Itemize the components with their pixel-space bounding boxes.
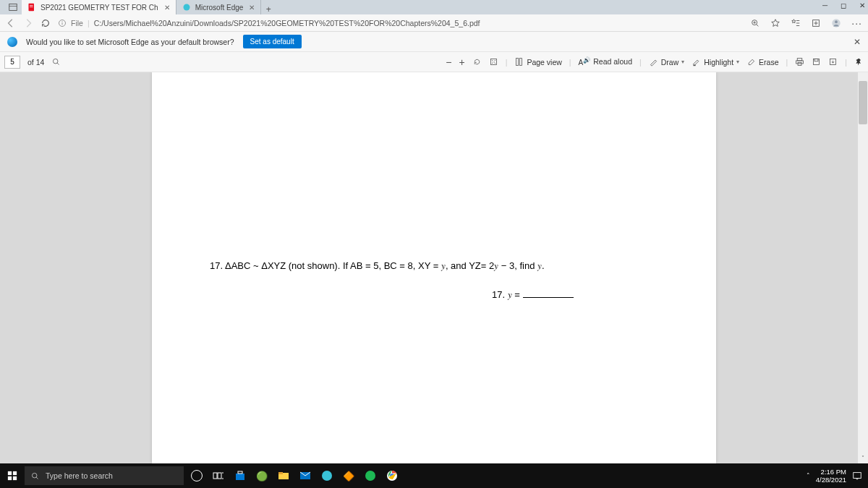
read-aloud-button[interactable]: A🔊 Read aloud <box>579 56 632 67</box>
app-icon-1[interactable]: 🟢 <box>255 468 269 483</box>
zoom-in-icon[interactable]: + <box>459 56 464 68</box>
highlighter-icon <box>692 57 701 67</box>
collections-icon[interactable] <box>811 18 821 28</box>
profile-icon[interactable] <box>831 18 841 28</box>
tab-title: Microsoft Edge <box>195 4 244 12</box>
page-number-input[interactable] <box>4 56 20 69</box>
tab-edge[interactable]: Microsoft Edge ✕ <box>176 0 262 14</box>
svg-rect-4 <box>30 7 33 7</box>
pen-icon <box>649 57 658 67</box>
svg-rect-33 <box>8 471 12 475</box>
scrollbar-track[interactable] <box>858 72 868 463</box>
chevron-down-icon: ▾ <box>681 59 684 65</box>
highlight-button[interactable]: Highlight ▾ <box>692 57 739 67</box>
more-menu-icon[interactable]: ··· <box>851 17 862 29</box>
svg-rect-31 <box>814 59 818 61</box>
url-field[interactable]: File | C:/Users/Michael%20Anzuini/Downlo… <box>58 19 743 27</box>
zoom-out-icon[interactable]: − <box>446 56 451 68</box>
eraser-icon <box>746 57 756 67</box>
favorites-list-icon[interactable] <box>791 18 801 28</box>
svg-rect-3 <box>30 5 33 6</box>
windows-icon <box>7 471 17 481</box>
read-aloud-icon: A🔊 <box>579 56 591 67</box>
svg-rect-52 <box>854 473 861 479</box>
zoom-icon[interactable] <box>750 18 760 28</box>
search-icon <box>30 471 40 481</box>
mail-icon[interactable] <box>298 468 312 483</box>
rotate-icon[interactable] <box>472 57 482 67</box>
svg-rect-0 <box>9 4 17 11</box>
set-default-button[interactable]: Set as default <box>243 35 302 48</box>
pdf-viewer[interactable]: 17. ΔABC ~ ΔXYZ (not shown). If AB = 5, … <box>0 72 868 463</box>
start-button[interactable] <box>0 471 25 481</box>
app-icon-orange[interactable]: 🔶 <box>341 468 356 483</box>
search-icon[interactable] <box>51 57 61 67</box>
forward-icon[interactable] <box>23 18 33 28</box>
tab-actions-icon <box>9 3 17 12</box>
svg-point-21 <box>54 59 59 64</box>
pin-toolbar-icon[interactable] <box>854 57 864 67</box>
edge-taskbar-icon[interactable] <box>320 468 334 483</box>
taskbar-search[interactable]: Type here to search <box>25 466 184 485</box>
svg-line-10 <box>757 24 759 26</box>
chevron-down-icon: ▾ <box>736 59 739 65</box>
window-close-icon[interactable]: ✕ <box>859 1 865 9</box>
file-explorer-icon[interactable] <box>276 468 291 483</box>
edge-logo-icon <box>182 3 191 12</box>
pdf-file-icon <box>27 3 36 12</box>
window-maximize-icon[interactable]: ◻ <box>841 1 846 9</box>
address-bar: File | C:/Users/Michael%20Anzuini/Downlo… <box>0 14 868 32</box>
refresh-icon[interactable] <box>41 18 51 28</box>
notifications-icon[interactable] <box>852 471 862 481</box>
chrome-icon[interactable] <box>385 468 399 483</box>
tab-title: SP2021 GEOMETRY TEST FOR Ch <box>41 4 158 12</box>
url-scheme: File <box>71 19 83 27</box>
page-total-label: of 14 <box>27 58 44 67</box>
spotify-icon[interactable] <box>363 468 378 483</box>
windows-taskbar: Type here to search 🟢 🔶 ˄ 2:16 PM 4/28/2… <box>0 463 868 488</box>
edge-icon <box>7 37 17 47</box>
svg-point-48 <box>322 471 332 481</box>
svg-rect-35 <box>8 476 12 480</box>
cortana-icon[interactable] <box>190 468 204 483</box>
print-icon[interactable] <box>795 57 804 67</box>
svg-point-8 <box>61 21 62 22</box>
scrollbar-thumb[interactable] <box>859 81 867 124</box>
window-minimize-icon[interactable]: ─ <box>822 1 827 9</box>
svg-rect-24 <box>516 59 519 66</box>
pdf-page: 17. ΔABC ~ ΔXYZ (not shown). If AB = 5, … <box>152 72 716 463</box>
save-icon[interactable] <box>812 57 821 67</box>
tab-manager-button[interactable] <box>4 0 22 14</box>
store-icon[interactable] <box>233 468 247 483</box>
scroll-down-icon[interactable]: ˅ <box>858 455 868 463</box>
svg-line-38 <box>36 477 38 479</box>
browser-tab-strip: SP2021 GEOMETRY TEST FOR Ch ✕ Microsoft … <box>0 0 868 14</box>
answer-17-label: 17. 𝑦 = <box>492 289 574 301</box>
close-tab-icon[interactable]: ✕ <box>164 4 170 12</box>
close-tab-icon[interactable]: ✕ <box>249 4 255 12</box>
tray-chevron-icon[interactable]: ˄ <box>807 472 810 479</box>
svg-line-22 <box>57 63 59 64</box>
erase-button[interactable]: Erase <box>746 57 778 67</box>
svg-rect-25 <box>520 59 522 66</box>
page-view-button[interactable]: Page view <box>514 57 561 67</box>
svg-point-37 <box>32 473 37 478</box>
save-as-icon[interactable] <box>828 57 838 67</box>
back-icon[interactable] <box>6 18 16 28</box>
draw-button[interactable]: Draw ▾ <box>649 57 685 67</box>
system-clock[interactable]: 2:16 PM 4/28/2021 <box>816 468 846 484</box>
tab-pdf[interactable]: SP2021 GEOMETRY TEST FOR Ch ✕ <box>22 0 176 14</box>
search-placeholder: Type here to search <box>46 471 113 480</box>
svg-rect-23 <box>490 59 496 64</box>
new-tab-button[interactable]: + <box>261 4 276 14</box>
svg-rect-46 <box>278 472 283 474</box>
infobar-close-icon[interactable]: ✕ <box>854 37 861 47</box>
svg-rect-40 <box>218 473 221 479</box>
fit-page-icon[interactable] <box>489 57 498 67</box>
favorite-icon[interactable] <box>770 18 780 28</box>
task-view-icon[interactable] <box>211 468 226 483</box>
url-path: C:/Users/Michael%20Anzuini/Downloads/SP2… <box>94 19 480 27</box>
svg-rect-34 <box>13 471 17 475</box>
svg-rect-27 <box>798 59 803 61</box>
svg-rect-36 <box>13 476 17 480</box>
